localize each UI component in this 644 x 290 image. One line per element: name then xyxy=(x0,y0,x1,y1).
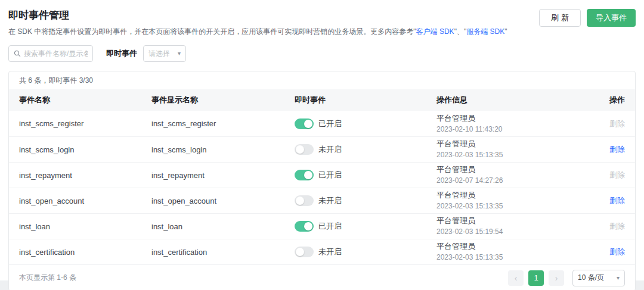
operation-timestamp: 2023-02-10 11:43:20 xyxy=(436,124,597,134)
page-header: 即时事件管理 在 SDK 中将指定事件设置为即时事件，并在本页面将该事件的开关开… xyxy=(8,8,636,36)
instant-event-toggle[interactable] xyxy=(295,195,314,206)
instant-event-cell: 未开启 xyxy=(295,247,436,257)
toggle-status-label: 已开启 xyxy=(318,170,342,180)
operation-info-cell: 平台管理员2023-02-10 11:43:20 xyxy=(436,114,597,134)
prev-page-button[interactable]: ‹ xyxy=(508,270,524,286)
table-row: inst_repaymentinst_repayment已开启平台管理员2023… xyxy=(9,162,635,188)
actions-cell: 删除 xyxy=(597,144,625,155)
client-sdk-link[interactable]: 客户端 SDK xyxy=(416,27,454,36)
description-text: 在 SDK 中将指定事件设置为即时事件，并在本页面将该事件的开关开启，应用该事件… xyxy=(8,27,416,36)
delete-link[interactable]: 删除 xyxy=(609,196,625,205)
delete-link: 删除 xyxy=(609,170,625,179)
instant-event-cell: 已开启 xyxy=(295,221,436,232)
operation-timestamp: 2023-02-03 15:13:35 xyxy=(436,201,597,211)
toggle-knob xyxy=(304,222,312,230)
table-summary: 共 6 条，即时事件 3/30 xyxy=(9,71,635,89)
operator-name: 平台管理员 xyxy=(436,242,597,251)
page-description: 在 SDK 中将指定事件设置为即时事件，并在本页面将该事件的开关开启，应用该事件… xyxy=(8,27,507,36)
event-name: inst_loan xyxy=(19,222,151,231)
event-display-name: inst_scms_login xyxy=(151,145,295,154)
event-display-name: inst_scms_register xyxy=(151,119,295,128)
chevron-down-icon: ▾ xyxy=(617,275,620,281)
toggle-knob xyxy=(304,120,312,128)
operation-info-cell: 平台管理员2023-02-07 14:27:26 xyxy=(436,165,597,185)
page-range-text: 本页显示第 1-6 条 xyxy=(19,273,76,283)
next-page-button[interactable]: › xyxy=(549,270,564,286)
toggle-knob xyxy=(296,145,304,154)
operator-name: 平台管理员 xyxy=(436,114,597,123)
page-header-text: 即时事件管理 在 SDK 中将指定事件设置为即时事件，并在本页面将该事件的开关开… xyxy=(8,8,507,36)
toggle-status-label: 已开启 xyxy=(318,221,342,232)
table-row: inst_loaninst_loan已开启平台管理员2023-02-03 15:… xyxy=(9,213,635,239)
event-display-name: inst_repayment xyxy=(151,171,295,180)
actions-cell: 删除 xyxy=(597,195,625,206)
instant-event-cell: 已开启 xyxy=(295,170,436,180)
actions-cell: 删除 xyxy=(597,247,625,257)
operation-info-cell: 平台管理员2023-02-03 15:13:35 xyxy=(436,242,597,262)
col-header-actions: 操作 xyxy=(597,95,625,105)
event-name: inst_repayment xyxy=(19,171,151,180)
event-name: inst_scms_register xyxy=(19,119,151,128)
col-header-instant-event: 即时事件 xyxy=(295,95,436,105)
operator-name: 平台管理员 xyxy=(436,139,597,149)
instant-event-toggle[interactable] xyxy=(295,144,314,155)
filter-bar: 即时事件 请选择 ▾ xyxy=(8,45,636,62)
col-header-operation-info: 操作信息 xyxy=(436,95,597,105)
toggle-status-label: 未开启 xyxy=(318,195,342,206)
actions-cell: 删除 xyxy=(597,221,625,232)
delete-link[interactable]: 删除 xyxy=(609,247,625,256)
event-display-name: inst_open_account xyxy=(151,197,295,205)
instant-event-toggle[interactable] xyxy=(295,247,314,257)
event-display-name: inst_loan xyxy=(151,222,295,231)
table-footer: 本页显示第 1-6 条 ‹ 1 › 10 条/页 ▾ xyxy=(9,264,635,290)
instant-event-cell: 未开启 xyxy=(295,195,436,206)
search-input[interactable] xyxy=(24,49,88,58)
operation-info-cell: 平台管理员2023-02-03 15:19:54 xyxy=(436,216,597,236)
instant-event-toggle[interactable] xyxy=(295,170,314,180)
select-placeholder: 请选择 xyxy=(148,49,170,59)
chevron-down-icon: ▾ xyxy=(178,51,181,57)
search-icon xyxy=(14,50,21,57)
instant-event-toggle[interactable] xyxy=(295,221,314,232)
instant-event-toggle[interactable] xyxy=(295,119,314,129)
search-box[interactable] xyxy=(8,45,93,62)
toggle-knob xyxy=(304,171,312,179)
table-row: inst_certificationinst_certification未开启平… xyxy=(9,239,635,264)
table-body: inst_scms_registerinst_scms_register已开启平… xyxy=(9,111,635,264)
toggle-knob xyxy=(296,248,304,256)
page-size-select[interactable]: 10 条/页 ▾ xyxy=(572,270,625,286)
page-title: 即时事件管理 xyxy=(8,8,507,22)
event-name: inst_certification xyxy=(19,248,151,257)
instant-event-filter-label: 即时事件 xyxy=(106,48,137,59)
operator-name: 平台管理员 xyxy=(436,165,597,174)
table-row: inst_scms_registerinst_scms_register已开启平… xyxy=(9,111,635,136)
operation-info-cell: 平台管理员2023-02-03 15:13:35 xyxy=(436,139,597,160)
actions-cell: 删除 xyxy=(597,170,625,180)
instant-event-select[interactable]: 请选择 ▾ xyxy=(143,45,186,62)
operator-name: 平台管理员 xyxy=(436,216,597,226)
col-header-event-name: 事件名称 xyxy=(19,95,151,105)
event-table-card: 共 6 条，即时事件 3/30 事件名称 事件显示名称 即时事件 操作信息 操作… xyxy=(8,71,636,290)
delete-link: 删除 xyxy=(609,119,625,128)
operation-timestamp: 2023-02-07 14:27:26 xyxy=(436,176,597,185)
event-name: inst_open_account xyxy=(19,197,151,205)
toggle-status-label: 已开启 xyxy=(318,119,342,129)
col-header-display-name: 事件显示名称 xyxy=(151,95,295,105)
operator-name: 平台管理员 xyxy=(436,191,597,200)
import-event-button[interactable]: 导入事件 xyxy=(587,9,636,27)
refresh-button[interactable]: 刷新 xyxy=(539,9,581,27)
toggle-knob xyxy=(296,197,304,205)
toggle-status-label: 未开启 xyxy=(318,144,342,155)
header-actions: 刷新 导入事件 xyxy=(539,9,636,27)
page-size-value: 10 条/页 xyxy=(578,273,604,283)
delete-link[interactable]: 删除 xyxy=(609,145,625,154)
table-row: inst_scms_logininst_scms_login未开启平台管理员20… xyxy=(9,136,635,162)
operation-timestamp: 2023-02-03 15:19:54 xyxy=(436,227,597,236)
operation-info-cell: 平台管理员2023-02-03 15:13:35 xyxy=(436,191,597,211)
page-1-button[interactable]: 1 xyxy=(528,270,544,286)
delete-link: 删除 xyxy=(609,222,625,230)
server-sdk-link[interactable]: 服务端 SDK xyxy=(466,27,504,36)
table-row: inst_open_accountinst_open_account未开启平台管… xyxy=(9,188,635,213)
operation-timestamp: 2023-02-03 15:13:35 xyxy=(436,252,597,262)
table-header-row: 事件名称 事件显示名称 即时事件 操作信息 操作 xyxy=(9,89,635,111)
